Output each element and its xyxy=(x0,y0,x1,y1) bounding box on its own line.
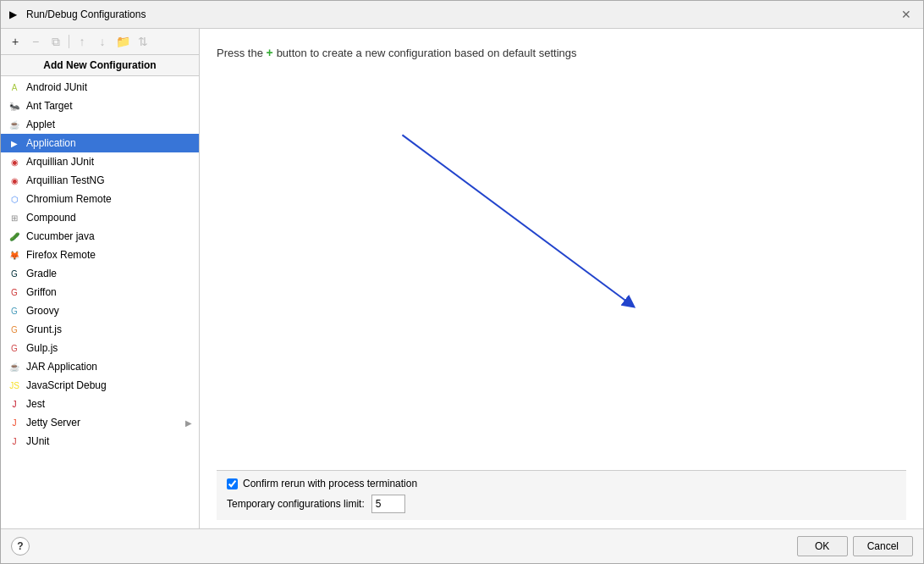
temp-limit-row: Temporary configurations limit: xyxy=(227,495,896,513)
item-icon-gradle: G xyxy=(8,267,21,280)
toolbar: + − ⧉ ↑ ↓ 📁 ⇅ xyxy=(1,29,199,55)
hint-text: Press the + button to create a new confi… xyxy=(217,46,906,59)
item-label-gulp: Gulp.js xyxy=(26,342,192,354)
item-icon-jar-application: ☕ xyxy=(8,360,21,373)
config-item-grunt[interactable]: G Grunt.js xyxy=(1,320,199,339)
title-bar: ▶ Run/Debug Configurations ✕ xyxy=(1,1,923,29)
item-label-jetty-server: Jetty Server xyxy=(26,417,180,429)
config-item-ant-target[interactable]: 🐜 Ant Target xyxy=(1,97,199,115)
item-label-griffon: Griffon xyxy=(26,286,192,298)
item-label-ant-target: Ant Target xyxy=(26,100,192,112)
item-label-junit: JUnit xyxy=(26,435,192,447)
close-button[interactable]: ✕ xyxy=(898,6,915,23)
item-icon-arquillian-testng: ◉ xyxy=(8,174,21,187)
item-icon-cucumber-java: 🥒 xyxy=(8,229,21,243)
config-item-cucumber-java[interactable]: 🥒 Cucumber java xyxy=(1,227,199,246)
move-up-button[interactable]: ↑ xyxy=(73,32,91,51)
config-item-applet[interactable]: ☕ Applet xyxy=(1,115,199,134)
item-label-application: Application xyxy=(26,137,192,149)
config-item-jest[interactable]: J Jest xyxy=(1,395,199,413)
item-icon-compound: ⊞ xyxy=(8,211,21,224)
item-icon-android-junit: A xyxy=(8,80,21,94)
add-button[interactable]: + xyxy=(6,32,25,51)
item-icon-applet: ☕ xyxy=(8,118,21,131)
cancel-button[interactable]: Cancel xyxy=(853,536,913,556)
bottom-bar: Confirm rerun with process termination T… xyxy=(217,470,906,520)
item-label-groovy: Groovy xyxy=(26,305,192,317)
config-item-gulp[interactable]: G Gulp.js xyxy=(1,339,199,357)
dialog-footer: ? OK Cancel xyxy=(1,528,923,563)
title-bar-left: ▶ Run/Debug Configurations xyxy=(9,8,146,20)
dialog-body: + − ⧉ ↑ ↓ 📁 ⇅ Add New Configuration A An… xyxy=(1,29,923,528)
config-item-android-junit[interactable]: A Android JUnit xyxy=(1,78,199,97)
item-icon-gulp: G xyxy=(8,341,21,355)
item-icon-chromium-remote: ⬡ xyxy=(8,192,21,206)
confirm-rerun-checkbox[interactable] xyxy=(227,478,238,489)
item-icon-jest: J xyxy=(8,397,21,411)
dialog-title: Run/Debug Configurations xyxy=(26,8,146,20)
item-label-gradle: Gradle xyxy=(26,268,192,279)
confirm-rerun-label[interactable]: Confirm rerun with process termination xyxy=(243,478,417,489)
remove-button[interactable]: − xyxy=(26,32,45,51)
item-icon-groovy: G xyxy=(8,304,21,318)
item-label-android-junit: Android JUnit xyxy=(26,81,192,93)
left-panel: + − ⧉ ↑ ↓ 📁 ⇅ Add New Configuration A An… xyxy=(1,29,200,528)
config-item-gradle[interactable]: G Gradle xyxy=(1,264,199,283)
item-label-arquillian-junit: Arquillian JUnit xyxy=(26,156,192,168)
footer-left: ? xyxy=(11,537,30,556)
footer-buttons: OK Cancel xyxy=(797,536,913,556)
help-button[interactable]: ? xyxy=(11,537,30,556)
item-icon-grunt: G xyxy=(8,323,21,336)
folder-button[interactable]: 📁 xyxy=(113,32,132,51)
config-item-javascript-debug[interactable]: JS JavaScript Debug xyxy=(1,376,199,395)
item-icon-arquillian-junit: ◉ xyxy=(8,155,21,169)
temp-limit-label: Temporary configurations limit: xyxy=(227,498,365,510)
item-icon-ant-target: 🐜 xyxy=(8,99,21,113)
item-icon-junit: J xyxy=(8,434,21,448)
item-icon-javascript-debug: JS xyxy=(8,379,21,392)
dialog-icon: ▶ xyxy=(9,8,21,20)
config-item-compound[interactable]: ⊞ Compound xyxy=(1,208,199,227)
config-item-junit[interactable]: J JUnit xyxy=(1,432,199,451)
move-down-button[interactable]: ↓ xyxy=(93,32,112,51)
item-arrow-jetty-server: ▶ xyxy=(185,418,192,428)
config-item-jar-application[interactable]: ☕ JAR Application xyxy=(1,357,199,376)
run-debug-dialog: ▶ Run/Debug Configurations ✕ + − ⧉ ↑ ↓ 📁… xyxy=(0,0,924,564)
item-icon-griffon: G xyxy=(8,285,21,299)
item-label-applet: Applet xyxy=(26,119,192,130)
confirm-rerun-row: Confirm rerun with process termination xyxy=(227,478,896,489)
item-label-firefox-remote: Firefox Remote xyxy=(26,249,192,261)
config-item-arquillian-testng[interactable]: ◉ Arquillian TestNG xyxy=(1,171,199,190)
separator-1 xyxy=(69,35,69,48)
hint-plus-icon: + xyxy=(267,46,277,59)
add-new-label: Add New Configuration xyxy=(1,55,199,76)
config-item-chromium-remote[interactable]: ⬡ Chromium Remote xyxy=(1,190,199,208)
config-item-groovy[interactable]: G Groovy xyxy=(1,301,199,320)
item-label-jar-application: JAR Application xyxy=(26,361,192,373)
config-item-jetty-server[interactable]: J Jetty Server ▶ xyxy=(1,413,199,432)
right-panel: Press the + button to create a new confi… xyxy=(200,29,923,528)
hint-prefix: Press the xyxy=(217,47,263,59)
item-label-grunt: Grunt.js xyxy=(26,323,192,335)
item-label-arquillian-testng: Arquillian TestNG xyxy=(26,174,192,186)
item-icon-jetty-server: J xyxy=(8,416,21,429)
config-list: A Android JUnit 🐜 Ant Target ☕ Applet ▶ … xyxy=(1,76,199,528)
item-label-compound: Compound xyxy=(26,212,192,224)
item-label-cucumber-java: Cucumber java xyxy=(26,230,192,242)
hint-suffix: button to create a new configuration bas… xyxy=(277,47,577,59)
sort-button[interactable]: ⇅ xyxy=(134,32,152,51)
item-label-jest: Jest xyxy=(26,398,192,410)
config-item-firefox-remote[interactable]: 🦊 Firefox Remote xyxy=(1,246,199,264)
config-item-arquillian-junit[interactable]: ◉ Arquillian JUnit xyxy=(1,152,199,171)
copy-button[interactable]: ⧉ xyxy=(47,32,65,51)
ok-button[interactable]: OK xyxy=(797,536,848,556)
temp-limit-input[interactable] xyxy=(371,495,405,513)
item-label-javascript-debug: JavaScript Debug xyxy=(26,379,192,391)
config-item-application[interactable]: ▶ Application xyxy=(1,134,199,152)
item-label-chromium-remote: Chromium Remote xyxy=(26,193,192,205)
item-icon-application: ▶ xyxy=(8,136,21,150)
item-icon-firefox-remote: 🦊 xyxy=(8,248,21,262)
config-item-griffon[interactable]: G Griffon xyxy=(1,283,199,301)
